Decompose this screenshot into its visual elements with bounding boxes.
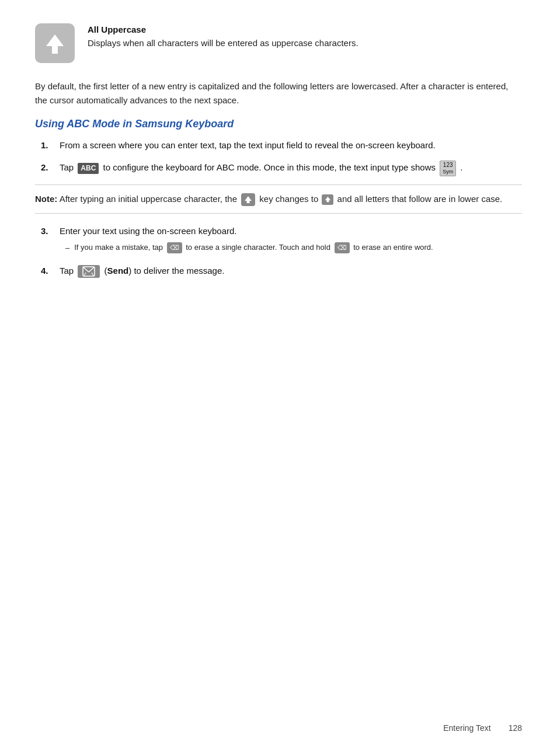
step-1-content: From a screen where you can enter text, …: [60, 138, 522, 152]
sub-bullet: –: [65, 242, 69, 254]
send-icon: [78, 265, 100, 278]
step-4-send-label: Send: [107, 266, 129, 276]
step-2-after: to configure the keyboard for ABC mode. …: [103, 162, 436, 172]
step-4-before: Tap: [60, 266, 74, 276]
note-text-end: and all letters that follow are in lower…: [337, 194, 503, 204]
step-4-after: ) to deliver the message.: [128, 266, 224, 276]
step-2-end: .: [460, 162, 462, 172]
footer-page: 128: [509, 723, 522, 733]
sub-step-1: – If you make a mistake, tap ⌫ to erase …: [65, 242, 522, 254]
step-4: 4. Tap (Send) to deliver the message.: [41, 264, 522, 278]
icon-block: All Uppercase Displays when all characte…: [35, 23, 522, 63]
uppercase-icon: [35, 23, 75, 63]
note-arrow-icon-2: [322, 194, 333, 205]
sub-before: If you make a mistake, tap: [74, 243, 163, 252]
step-4-content: Tap (Send) to deliver the message.: [60, 264, 522, 278]
arrow-up-icon: [43, 32, 67, 55]
step-3-content: Enter your text using the on-screen keyb…: [60, 224, 522, 256]
sub-steps: – If you make a mistake, tap ⌫ to erase …: [65, 242, 522, 254]
icon-description: Displays when all characters will be ent…: [88, 37, 358, 50]
footer-section: Entering Text: [443, 723, 490, 733]
step-3-num: 3.: [41, 224, 60, 238]
svg-marker-0: [46, 34, 64, 54]
icon-title: All Uppercase: [88, 25, 358, 34]
sym-badge: 123 Sym: [440, 161, 456, 176]
icon-text-content: All Uppercase Displays when all characte…: [88, 23, 358, 50]
step-2-num: 2.: [41, 161, 60, 175]
section-heading: Using ABC Mode in Samsung Keyboard: [35, 118, 522, 130]
note-label: Note:: [35, 194, 57, 204]
svg-marker-1: [245, 196, 252, 203]
note-text-after: key changes to: [259, 194, 318, 204]
sym-badge-bot: Sym: [443, 169, 453, 175]
svg-line-4: [83, 267, 89, 272]
steps-list-2: 3. Enter your text using the on-screen k…: [41, 224, 522, 278]
step-1-num: 1.: [41, 138, 60, 152]
step-2: 2. Tap ABC to configure the keyboard for…: [41, 161, 522, 176]
sub-after: to erase a single character. Touch and h…: [186, 243, 330, 252]
steps-list: 1. From a screen where you can enter tex…: [41, 138, 522, 176]
step-4-num: 4.: [41, 264, 60, 278]
svg-line-5: [89, 267, 95, 272]
sub-step-content: If you make a mistake, tap ⌫ to erase a …: [74, 242, 433, 253]
step-3-text: Enter your text using the on-screen keyb…: [60, 226, 237, 236]
sub-end: to erase an entire word.: [353, 243, 433, 252]
backspace-icon-1: ⌫: [167, 242, 182, 253]
send-envelope-icon: [82, 266, 95, 277]
step-3: 3. Enter your text using the on-screen k…: [41, 224, 522, 256]
step-2-before: Tap: [60, 162, 74, 172]
body-paragraph: By default, the first letter of a new en…: [35, 79, 522, 107]
backspace-icon-2: ⌫: [335, 242, 350, 253]
svg-line-6: [84, 273, 86, 276]
svg-marker-2: [325, 197, 330, 202]
note-arrow-icon-1: [241, 193, 255, 206]
note-block: Note: After typing an initial uppercase …: [35, 184, 522, 214]
footer: Entering Text 128: [443, 723, 522, 733]
step-1: 1. From a screen where you can enter tex…: [41, 138, 522, 152]
sym-badge-top: 123: [443, 162, 453, 169]
abc-badge: ABC: [78, 163, 99, 174]
note-text-before: After typing an initial uppercase charac…: [60, 194, 237, 204]
step-2-content: Tap ABC to configure the keyboard for AB…: [60, 161, 522, 176]
svg-line-7: [92, 273, 93, 276]
